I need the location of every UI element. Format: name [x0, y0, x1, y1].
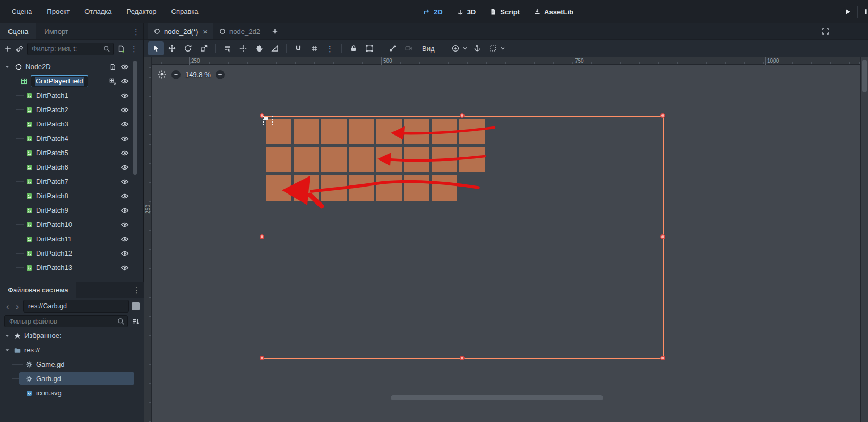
- grid-snap-toggle[interactable]: [306, 41, 322, 55]
- add-node-button[interactable]: [4, 45, 12, 53]
- close-tab-icon[interactable]: ×: [203, 27, 208, 36]
- selection-handle[interactable]: [460, 356, 465, 360]
- visibility-eye-icon[interactable]: [121, 91, 129, 100]
- toggle-distraction-free-icon[interactable]: [821, 27, 830, 36]
- scene-tab-node2d[interactable]: node_2d(*) ×: [148, 23, 213, 39]
- dock-options-icon[interactable]: ⋮: [132, 23, 140, 39]
- zoom-out-button[interactable]: [171, 70, 181, 79]
- selection-handle[interactable]: [460, 113, 465, 118]
- pan-tool-button[interactable]: [251, 41, 267, 55]
- visibility-eye-icon[interactable]: [121, 249, 129, 258]
- snapping-options-menu[interactable]: ⋮: [322, 41, 338, 55]
- tree-row[interactable]: DirtPatch2: [0, 103, 144, 117]
- tree-row[interactable]: DirtPatch6: [0, 160, 144, 174]
- visibility-eye-icon[interactable]: [121, 206, 129, 215]
- sort-files-button[interactable]: [131, 317, 140, 326]
- ruler-tool-button[interactable]: [267, 41, 282, 55]
- insert-key-menu[interactable]: [461, 41, 469, 55]
- tree-row[interactable]: DirtPatch12: [0, 246, 144, 260]
- fs-row-game-gd[interactable]: Game.gd: [0, 357, 144, 372]
- visibility-eye-icon[interactable]: [121, 264, 129, 272]
- horizontal-scrollbar[interactable]: [391, 395, 603, 400]
- scene-tab-node2d2[interactable]: node_2d2: [213, 23, 266, 39]
- visibility-eye-icon[interactable]: [121, 134, 129, 143]
- tree-row[interactable]: DirtPatch7: [0, 174, 144, 189]
- instance-scene-button[interactable]: [15, 45, 24, 53]
- path-input[interactable]: [23, 300, 129, 313]
- play-button[interactable]: [844, 7, 852, 16]
- visibility-eye-icon[interactable]: [121, 235, 129, 243]
- view-menu[interactable]: Вид: [417, 45, 440, 53]
- tilemap-badge-icon[interactable]: [109, 78, 116, 85]
- file-filter-input[interactable]: [4, 315, 128, 327]
- tree-row[interactable]: DirtPatch8: [0, 189, 144, 203]
- rename-input[interactable]: GridPlayerField: [31, 75, 88, 87]
- smart-snap-toggle[interactable]: [290, 41, 306, 55]
- tree-row[interactable]: DirtPatch11: [0, 232, 144, 246]
- workspace-script-button[interactable]: Script: [485, 6, 525, 18]
- rotate-tool-button[interactable]: [180, 41, 195, 55]
- expand-arrow-icon[interactable]: [4, 64, 11, 70]
- workspace-3d-button[interactable]: 3D: [452, 6, 481, 18]
- menu-editor[interactable]: Редактор: [119, 5, 164, 18]
- visibility-eye-icon[interactable]: [121, 163, 129, 172]
- canvas-viewport[interactable]: 149.8 %: [152, 65, 860, 422]
- move-tool-button[interactable]: [164, 41, 179, 55]
- visibility-eye-icon[interactable]: [121, 106, 129, 114]
- lock-selected-button[interactable]: [346, 41, 361, 55]
- toggle-split-mode-button[interactable]: [132, 302, 140, 310]
- visibility-eye-icon[interactable]: [121, 192, 129, 200]
- tab-import[interactable]: Импорт: [36, 23, 76, 39]
- selection-handle[interactable]: [260, 356, 264, 360]
- tree-row[interactable]: DirtPatch1: [0, 88, 144, 103]
- expand-arrow-icon[interactable]: [4, 333, 11, 339]
- tree-row[interactable]: DirtPatch5: [0, 146, 144, 160]
- group-selected-button[interactable]: [362, 41, 377, 55]
- zoom-level[interactable]: 149.8 %: [185, 71, 211, 79]
- workspace-2d-button[interactable]: 2D: [418, 6, 448, 18]
- show-selection-list-button[interactable]: [219, 41, 235, 55]
- menu-project[interactable]: Проект: [39, 5, 77, 18]
- tree-row-node2d[interactable]: Node2D: [0, 60, 144, 74]
- fs-row-garb-gd[interactable]: Garb.gd: [0, 372, 144, 386]
- new-scene-tab-button[interactable]: [266, 23, 284, 39]
- menu-debug[interactable]: Отладка: [77, 5, 119, 18]
- visibility-eye-icon[interactable]: [121, 63, 129, 71]
- history-back-icon[interactable]: ‹: [4, 302, 11, 311]
- tree-row-gridplayerfield[interactable]: GridPlayerField: [0, 74, 144, 88]
- anchor-button[interactable]: [470, 41, 485, 55]
- visibility-eye-icon[interactable]: [121, 77, 129, 86]
- camera-override-button[interactable]: [401, 41, 416, 55]
- edit-pivot-button[interactable]: [235, 41, 251, 55]
- region-select-menu[interactable]: [499, 41, 507, 55]
- menu-scene[interactable]: Сцена: [4, 5, 39, 18]
- tree-row[interactable]: DirtPatch13: [0, 260, 144, 275]
- visibility-eye-icon[interactable]: [121, 149, 129, 157]
- visibility-eye-icon[interactable]: [121, 221, 129, 229]
- fs-row-favorites[interactable]: Избранное:: [0, 328, 144, 343]
- fs-row-res[interactable]: res://: [0, 343, 144, 357]
- selection-handle[interactable]: [660, 234, 665, 239]
- vertical-scrollbar-track[interactable]: [860, 57, 868, 422]
- tab-filesystem[interactable]: Файловая система: [0, 282, 76, 298]
- tab-scene[interactable]: Сцена: [0, 23, 36, 39]
- expand-arrow-icon[interactable]: [4, 347, 11, 353]
- select-tool-button[interactable]: [148, 41, 164, 55]
- visibility-eye-icon[interactable]: [121, 178, 129, 186]
- skeleton-options-button[interactable]: [385, 41, 400, 55]
- scene-tree-options-icon[interactable]: ⋮: [128, 45, 140, 53]
- fs-row-icon-svg[interactable]: icon.svg: [0, 386, 144, 400]
- attach-script-button[interactable]: [117, 45, 125, 53]
- vertical-scrollbar-thumb[interactable]: [862, 60, 867, 92]
- script-icon[interactable]: [109, 63, 116, 71]
- tree-row[interactable]: DirtPatch9: [0, 203, 144, 217]
- selection-handle[interactable]: [260, 234, 264, 239]
- scale-tool-button[interactable]: [196, 41, 211, 55]
- tree-row[interactable]: DirtPatch10: [0, 217, 144, 232]
- zoom-in-button[interactable]: [216, 70, 225, 79]
- history-forward-icon[interactable]: ›: [14, 302, 21, 311]
- scene-filter-input[interactable]: [27, 43, 114, 55]
- tree-row[interactable]: DirtPatch3: [0, 117, 144, 131]
- scene-tree-scrollbar[interactable]: [133, 61, 137, 175]
- menu-help[interactable]: Справка: [164, 5, 206, 18]
